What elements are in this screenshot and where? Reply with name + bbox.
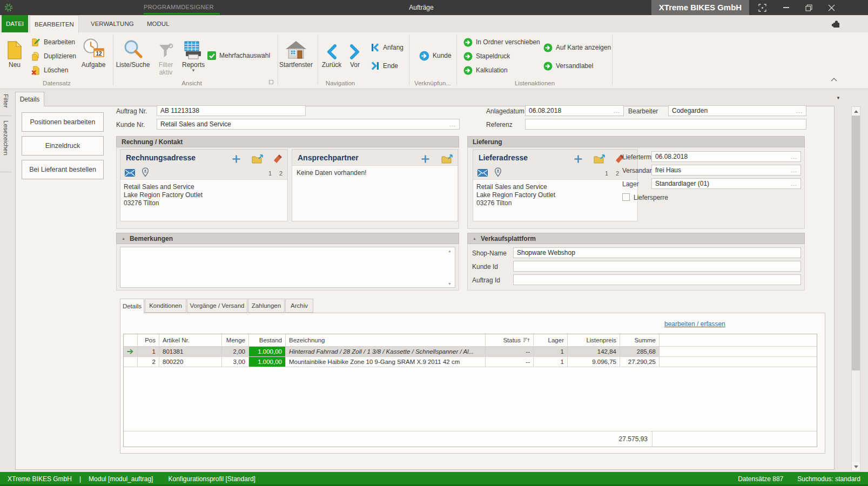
einzeldruck-button[interactable]: Einzeldruck <box>22 136 104 156</box>
plugin-puzzle-icon[interactable] <box>831 18 842 29</box>
col-summe[interactable]: Summe <box>620 334 660 347</box>
sidebar-tab-lesezeichen[interactable]: Lesezeichen <box>3 120 9 156</box>
ellipsis-button[interactable]: ... <box>791 180 797 187</box>
bemerkungen-textarea[interactable]: ▲ ▼ <box>120 247 455 288</box>
scrollbar-up-button[interactable] <box>852 107 860 116</box>
kunde-id-field[interactable] <box>513 261 801 272</box>
ellipsis-button[interactable]: ... <box>796 107 803 114</box>
filter-aktiv-button[interactable]: Filter aktiv <box>153 35 179 76</box>
add-address-icon[interactable] <box>232 154 241 164</box>
duplizieren-button[interactable]: Duplizieren <box>31 51 76 62</box>
col-menge[interactable]: Menge <box>222 334 249 347</box>
shop-name-field[interactable]: Shopware Webshop <box>513 247 801 258</box>
textarea-scroll-arrows[interactable]: ▲ ▼ <box>448 249 452 286</box>
ellipsis-button[interactable]: ... <box>449 121 456 127</box>
col-lager[interactable]: Lager <box>534 334 568 347</box>
add-address-icon[interactable] <box>574 154 583 164</box>
lager-field[interactable]: Standardlager (01)... <box>651 178 801 189</box>
add-contact-icon[interactable] <box>421 154 430 164</box>
col-bestand[interactable]: Bestand <box>249 334 286 347</box>
bei-lieferant-bestellen-button[interactable]: Bei Lieferant bestellen <box>22 160 104 179</box>
table-row[interactable]: 1 801381 2,00 1.000,00 Hinterrad Fahrrad… <box>124 347 817 357</box>
contact-pin-icon[interactable] <box>494 167 502 177</box>
col-artikel-nr[interactable]: Artikel Nr. <box>159 334 222 347</box>
ellipsis-button[interactable]: ... <box>791 153 797 160</box>
table-row[interactable]: 2 800220 3,00 1.000,00 Mountainbike Haib… <box>124 357 817 367</box>
scrollbar-thumb[interactable] <box>852 116 860 370</box>
tab-verwaltung[interactable]: VERWALTUNG <box>86 15 138 32</box>
liefertermin-field[interactable]: 06.08.2018... <box>651 151 801 162</box>
mail-icon[interactable] <box>477 169 488 177</box>
kunde-nr-field[interactable]: Retail Sales and Service... <box>157 119 460 130</box>
stapeldruck-button[interactable]: Stapeldruck <box>463 51 510 62</box>
ellipsis-button[interactable]: ... <box>791 167 797 173</box>
open-folder-icon[interactable] <box>441 154 453 164</box>
auf-karte-anzeigen-button[interactable]: Auf Karte anzeigen <box>543 42 611 53</box>
tab-archiv[interactable]: Archiv <box>285 299 313 313</box>
reports-button[interactable]: Reports ▼ <box>180 35 207 73</box>
tabstrip-dropdown-icon[interactable]: ▼ <box>836 96 840 100</box>
tab-modul[interactable]: MODUL <box>143 15 174 32</box>
anlagedatum-field[interactable]: 06.08.2018... <box>525 105 624 116</box>
liste-suche-button[interactable]: Liste/Suche <box>115 35 151 69</box>
bearbeiter-field[interactable]: Codegarden... <box>668 105 806 116</box>
collapse-section-icon[interactable]: ▲ <box>473 237 476 240</box>
gear-icon[interactable] <box>4 3 13 12</box>
tab-details-main[interactable]: Details <box>15 92 44 106</box>
mehrfachauswahl-toggle[interactable]: Mehrfachauswahl <box>207 50 270 61</box>
address-pager-2[interactable]: 2 <box>616 170 619 177</box>
col-status[interactable]: Status <box>486 334 534 347</box>
collapse-section-icon[interactable]: ▲ <box>122 237 125 240</box>
col-pos[interactable]: Pos <box>138 334 159 347</box>
col-listenpreis[interactable]: Listenpreis <box>568 334 620 347</box>
kalkulation-button[interactable]: Kalkulation <box>463 65 508 76</box>
positionen-bearbeiten-button[interactable]: Positionen bearbeiten <box>22 112 104 132</box>
vertical-scrollbar[interactable] <box>851 106 860 471</box>
col-bezeichnung[interactable]: Bezeichnung <box>286 334 486 347</box>
zurueck-button[interactable]: Zurück <box>320 35 344 69</box>
focus-mode-button[interactable] <box>755 0 769 15</box>
minimize-button[interactable] <box>779 0 793 15</box>
scroll-up-icon[interactable]: ▲ <box>448 249 452 253</box>
ellipsis-button[interactable]: ... <box>614 107 620 114</box>
kunde-link-button[interactable]: Kunde <box>419 50 452 61</box>
vor-button[interactable]: Vor <box>346 35 364 69</box>
aufgabe-button[interactable]: 12 Aufgabe <box>79 35 108 69</box>
scrollbar-down-button[interactable] <box>852 462 860 471</box>
tab-datei[interactable]: DATEI <box>2 15 28 32</box>
open-folder-icon[interactable] <box>594 154 605 164</box>
tab-konditionen[interactable]: Konditionen <box>145 299 186 313</box>
in-ordner-verschieben-button[interactable]: In Ordner verschieben <box>463 37 540 48</box>
auftrag-nr-field[interactable]: AB 11213138 <box>157 105 306 116</box>
programmdesigner-tab[interactable]: PROGRAMMDESIGNER <box>144 4 214 10</box>
open-folder-icon[interactable] <box>252 154 264 164</box>
anfang-button[interactable]: Anfang <box>371 42 403 53</box>
tab-positions-details[interactable]: Details <box>120 299 144 313</box>
collapse-ribbon-icon[interactable] <box>831 78 837 82</box>
address-pager-2[interactable]: 2 <box>279 170 282 177</box>
close-button[interactable] <box>824 0 838 15</box>
versandart-field[interactable]: frei Haus... <box>651 165 801 176</box>
ende-button[interactable]: Ende <box>371 60 398 71</box>
address-pager-1[interactable]: 1 <box>605 170 608 177</box>
auftrag-id-field[interactable] <box>513 274 801 285</box>
scroll-down-icon[interactable]: ▼ <box>448 282 452 286</box>
eraser-icon[interactable] <box>272 154 282 164</box>
referenz-field[interactable] <box>525 119 806 130</box>
restore-button[interactable] <box>802 0 816 15</box>
liefersperre-checkbox[interactable] <box>622 193 630 201</box>
address-pager-1[interactable]: 1 <box>268 170 272 177</box>
tab-vorgaenge-versand[interactable]: Vorgänge / Versand <box>187 299 247 313</box>
versandlabel-button[interactable]: Versandlabel <box>543 60 593 71</box>
loeschen-button[interactable]: Löschen <box>31 65 68 76</box>
tab-zahlungen[interactable]: Zahlungen <box>248 299 285 313</box>
sidebar-tab-filter[interactable]: Filter <box>3 94 9 108</box>
startfenster-button[interactable]: Startfenster <box>279 35 313 69</box>
tab-bearbeiten[interactable]: BEARBEITEN <box>30 15 79 33</box>
contact-pin-icon[interactable] <box>142 167 149 177</box>
bearbeiten-erfassen-link[interactable]: bearbeiten / erfassen <box>664 320 725 328</box>
neu-button[interactable]: Neu <box>2 35 27 69</box>
ansicht-dialog-launcher[interactable] <box>269 80 273 84</box>
bearbeiten-button[interactable]: Bearbeiten <box>31 37 75 48</box>
mail-icon[interactable] <box>125 169 135 177</box>
